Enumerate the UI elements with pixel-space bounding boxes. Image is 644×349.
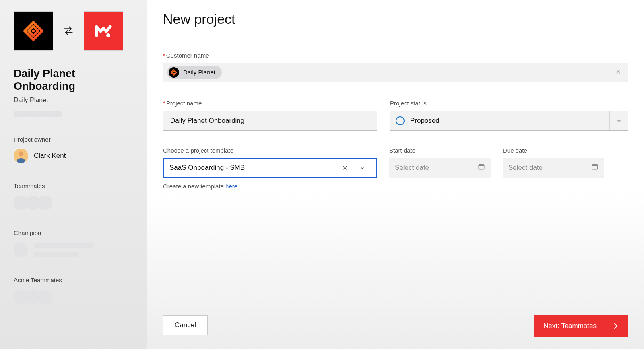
due-date-label: Due date <box>503 147 604 154</box>
due-date-input[interactable]: Select date <box>503 158 604 178</box>
sidebar: Daily Planet Onboarding Daily Planet Pro… <box>0 0 147 349</box>
create-template-link[interactable]: here <box>225 183 237 190</box>
champion-placeholder <box>14 243 133 257</box>
clear-template-icon[interactable] <box>337 159 353 177</box>
status-label: Project status <box>390 100 628 107</box>
start-date-placeholder: Select date <box>395 164 429 172</box>
due-date-placeholder: Select date <box>508 164 543 172</box>
chevron-down-icon[interactable] <box>609 111 628 130</box>
svg-rect-4 <box>479 165 484 169</box>
template-select[interactable]: SaaS Onboarding - SMB <box>163 158 377 178</box>
m-logo-icon <box>92 19 115 43</box>
status-proposed-icon <box>396 116 405 125</box>
project-name-label: *Project name <box>163 100 377 107</box>
integration-logos <box>14 11 133 51</box>
template-label: Choose a project template <box>163 147 377 154</box>
target-app-logo <box>84 11 123 51</box>
calendar-icon <box>478 163 485 172</box>
champion-label: Champion <box>14 229 133 236</box>
status-value: Proposed <box>410 117 440 125</box>
teammates-placeholder <box>14 196 133 210</box>
project-owner-row: Clark Kent <box>14 149 133 163</box>
next-button-label: Next: Teammates <box>543 322 597 330</box>
svg-rect-5 <box>592 165 598 169</box>
acme-teammates-label: Acme Teammates <box>14 277 133 283</box>
template-value: SaaS Onboarding - SMB <box>169 164 337 172</box>
swap-arrows-icon <box>63 25 74 37</box>
status-select[interactable]: Proposed <box>390 111 628 131</box>
start-date-input[interactable]: Select date <box>389 158 491 178</box>
svg-point-1 <box>106 33 110 37</box>
cancel-button[interactable]: Cancel <box>163 315 208 335</box>
teammates-label: Teammates <box>14 182 133 189</box>
main-panel: New project *Customer name <box>147 0 644 349</box>
project-title: Daily Planet Onboarding <box>14 68 133 93</box>
owner-avatar <box>14 149 28 163</box>
source-app-logo <box>14 11 53 51</box>
calendar-icon <box>591 163 599 172</box>
diamond-logo-icon <box>22 20 45 42</box>
svg-point-0 <box>32 30 35 32</box>
project-name-input[interactable] <box>163 111 377 131</box>
customer-name-field[interactable]: Daily Planet <box>163 63 628 82</box>
start-date-label: Start date <box>389 147 491 154</box>
svg-point-3 <box>19 151 23 156</box>
project-owner-label: Project owner <box>14 136 133 143</box>
acme-teammates-placeholder <box>14 290 133 304</box>
template-hint: Create a new template here <box>163 183 377 190</box>
customer-chip-logo-icon <box>169 67 179 78</box>
customer-chip[interactable]: Daily Planet <box>167 66 222 79</box>
customer-subtitle: Daily Planet <box>14 97 133 104</box>
chevron-down-icon[interactable] <box>353 159 371 177</box>
placeholder-bar <box>14 111 62 117</box>
arrow-right-icon <box>609 321 619 331</box>
owner-name: Clark Kent <box>34 152 66 160</box>
page-title: New project <box>163 11 628 27</box>
next-button[interactable]: Next: Teammates <box>534 315 628 337</box>
clear-customer-icon[interactable] <box>613 68 624 76</box>
customer-name-label: *Customer name <box>163 52 628 59</box>
customer-chip-label: Daily Planet <box>183 69 215 76</box>
